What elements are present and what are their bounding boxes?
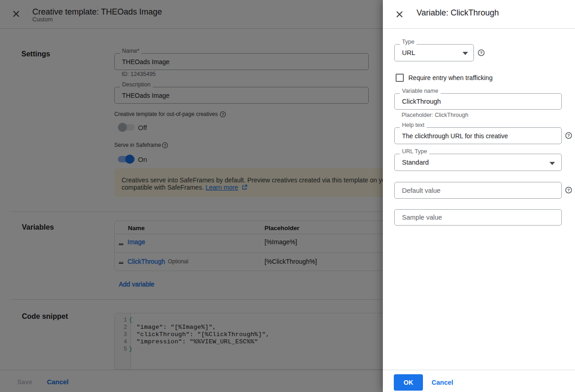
svg-text:?: ? — [567, 187, 570, 192]
svg-text:?: ? — [567, 133, 570, 138]
svg-text:?: ? — [480, 50, 483, 55]
